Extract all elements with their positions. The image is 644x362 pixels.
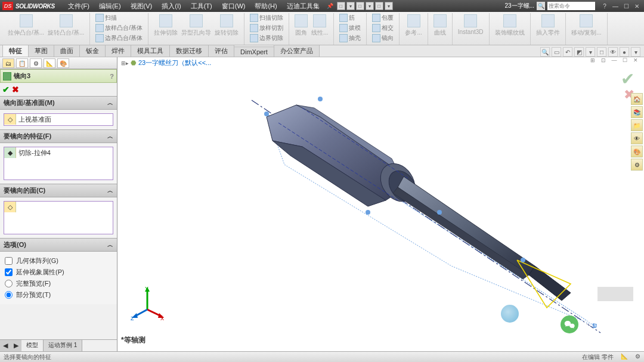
section-mirror-plane[interactable]: 镜向面/基准面(M) ︿ [0, 96, 117, 110]
sweep-button[interactable]: 扫描 [94, 13, 144, 23]
help-icon[interactable]: ? [600, 2, 609, 10]
zoom-area-icon[interactable]: ▭ [552, 47, 561, 57]
status-custom-icon[interactable]: ⚙ [635, 353, 640, 361]
qat-open-icon[interactable]: ▾ [346, 2, 355, 10]
tab-evaluate[interactable]: 评估 [208, 45, 234, 57]
menu-insert[interactable]: 插入(I) [157, 2, 185, 11]
prev-view-icon[interactable]: ↶ [563, 47, 572, 57]
menu-maidi[interactable]: 迈迪工具集 [282, 2, 324, 11]
extrude-boss-button[interactable]: 拉伸凸台/基... [6, 13, 46, 38]
fm-tab-display-icon[interactable]: 🎨 [57, 58, 69, 68]
svg-text:X: X [160, 315, 164, 321]
qat-save-icon[interactable]: □ [356, 2, 364, 10]
tab-features[interactable]: 特征 [2, 45, 29, 57]
loft-cut-button[interactable]: 放样切割 [248, 23, 285, 33]
status-unit-icon[interactable]: 📐 [621, 353, 628, 361]
qat-print-icon[interactable]: ▾ [366, 2, 374, 10]
revolve-boss-button[interactable]: 旋转凸台/基... [46, 13, 86, 38]
insert-part-button[interactable]: 插入零件 [534, 13, 562, 38]
tab-weldment[interactable]: 焊件 [105, 45, 131, 57]
intersect-button[interactable]: 相交 [370, 23, 395, 33]
fm-tab-dim-icon[interactable]: 📐 [44, 58, 55, 68]
draft-button[interactable]: 拔模 [338, 23, 363, 33]
tab-office[interactable]: 办公室产品 [274, 45, 320, 57]
maximize-icon[interactable]: ☐ [621, 2, 631, 10]
property-manager-buttons: ✔ ✖ [0, 83, 117, 96]
hole-wizard-button[interactable]: 异型孔向导 [179, 13, 213, 38]
menu-window[interactable]: 窗口(W) [217, 2, 250, 11]
section-features[interactable]: 要镜向的特征(F) ︿ [0, 129, 117, 143]
hide-show-icon[interactable]: 👁 [608, 47, 618, 57]
tab-surface[interactable]: 曲面 [54, 45, 80, 57]
tab-model[interactable]: 模型 [21, 340, 44, 351]
status-message: 选择要镜向的特征 [4, 353, 51, 361]
cancel-button-icon[interactable]: ✖ [12, 85, 19, 94]
revolve-cut-button[interactable]: 旋转切除 [213, 13, 240, 38]
boundary-button[interactable]: 边界凸台/基体 [94, 33, 144, 43]
faces-selection[interactable]: ◇ [4, 201, 113, 234]
display-style-icon[interactable]: □ [597, 47, 606, 57]
qat-new-icon[interactable]: □ [337, 2, 345, 10]
cosmetic-thread-button[interactable]: 装饰螺纹线 [493, 13, 527, 38]
tab-scroll-right-icon[interactable]: ▶ [11, 340, 21, 351]
tab-motion-study[interactable]: 运动算例 1 [44, 340, 82, 351]
apply-scene-icon[interactable]: ▾ [631, 47, 640, 57]
search-input[interactable]: 搜索命令 [547, 2, 595, 10]
tab-mold[interactable]: 模具工具 [131, 45, 170, 57]
close-icon[interactable]: ✕ [632, 2, 642, 10]
tab-scroll-left-icon[interactable]: ◀ [0, 340, 11, 351]
loft-button[interactable]: 放样凸台/基体 [94, 23, 144, 33]
ribbon-toolbar: 拉伸凸台/基... 旋转凸台/基... 扫描 放样凸台/基体 边界凸台/基体 拉… [0, 12, 644, 45]
view-orient-icon[interactable]: ▾ [586, 47, 595, 57]
shell-button[interactable]: 抽壳 [338, 33, 363, 43]
reference-geometry-button[interactable]: 参考... [403, 13, 423, 38]
search-icon[interactable]: 🔍 [537, 2, 545, 10]
linear-pattern-button[interactable]: 线性... [309, 13, 330, 38]
menu-edit[interactable]: 编辑(E) [94, 2, 126, 11]
tab-dimxpert[interactable]: DimXpert [234, 47, 274, 57]
section-faces[interactable]: 要镜向的面(C) ︿ [0, 184, 117, 197]
ok-button-icon[interactable]: ✔ [2, 85, 10, 94]
mirror-plane-selection[interactable]: ◇ 上视基准面 [4, 113, 113, 126]
sweep-cut-button[interactable]: 扫描切除 [248, 13, 285, 23]
tab-sketch[interactable]: 草图 [28, 45, 54, 57]
zoom-fit-icon[interactable]: 🔍 [540, 47, 550, 57]
full-preview-radio[interactable] [5, 280, 13, 287]
graphics-viewport[interactable]: ⊞ ⊡ — ☐ ✕ ⊞▸ ⬣ 23一字螺丝刀（默认<<... ✔ ✖ 🏠 📚 📁… [117, 57, 644, 351]
scene-icon[interactable]: ● [620, 47, 629, 57]
section-view-icon[interactable]: ◩ [574, 47, 584, 57]
full-preview-label: 完整预览(F) [16, 279, 51, 288]
boundary-cut-button[interactable]: 边界切除 [248, 33, 285, 43]
minimize-icon[interactable]: — [611, 2, 620, 10]
mirror-button[interactable]: 镜向 [370, 33, 395, 43]
view-heads-up-toolbar: 🔍 ▭ ↶ ◩ ▾ □ 👁 ● ▾ [540, 47, 644, 57]
tab-sheetmetal[interactable]: 钣金 [79, 45, 106, 57]
fillet-button[interactable]: 圆角 [293, 13, 309, 38]
motion-tabs: ◀ ▶ 模型 运动算例 1 [0, 339, 117, 351]
menu-tools[interactable]: 工具(T) [186, 2, 217, 11]
extrude-cut-button[interactable]: 拉伸切除 [152, 13, 179, 38]
tab-data[interactable]: 数据迁移 [169, 45, 209, 57]
instant3d-button[interactable]: Instant3D [456, 13, 485, 36]
propagate-visual-checkbox[interactable] [5, 268, 13, 276]
features-selection[interactable]: ◆ 切除-拉伸4 [4, 147, 113, 180]
menu-view[interactable]: 视图(V) [126, 2, 157, 11]
move-copy-button[interactable]: 移动/复制... [569, 13, 603, 38]
section-options[interactable]: 选项(O) ︿ [0, 238, 117, 252]
pin-icon[interactable]: ? [110, 73, 114, 80]
qat-options-icon[interactable]: □ [375, 2, 383, 10]
wrap-button[interactable]: 包覆 [370, 13, 395, 23]
fm-tab-property-icon[interactable]: 📋 [16, 58, 28, 68]
menu-help[interactable]: 帮助(H) [250, 2, 281, 11]
fm-tab-config-icon[interactable]: ⚙ [30, 58, 42, 68]
face-value [16, 202, 21, 204]
geometry-pattern-checkbox[interactable] [5, 257, 13, 265]
fm-tab-tree-icon[interactable]: 🗂 [2, 58, 14, 68]
rib-button[interactable]: 筋 [338, 13, 363, 23]
qat-rebuild-icon[interactable]: ▾ [385, 2, 393, 10]
partial-preview-radio[interactable] [5, 291, 13, 299]
menu-pin-icon[interactable]: 📌 [327, 3, 333, 9]
menu-file[interactable]: 文件(F) [63, 2, 94, 11]
curves-button[interactable]: 曲线 [432, 13, 448, 38]
view-triad-icon[interactable]: Y X Z [129, 286, 165, 321]
